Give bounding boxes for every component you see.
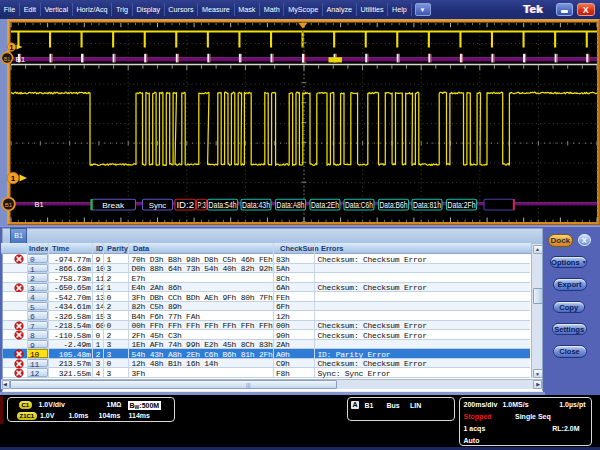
svg-text:B1: B1 [4,56,11,62]
svg-text:1: 1 [11,174,16,183]
svg-text:1: 1 [10,44,14,51]
svg-text:Data:2Eh: Data:2Eh [311,201,339,210]
svg-text:Data:C6h: Data:C6h [345,201,373,210]
svg-text:P:3: P:3 [198,201,206,210]
svg-text:B1: B1 [35,200,44,209]
svg-text:Data:2Fh: Data:2Fh [448,201,476,210]
svg-text:Data:43h: Data:43h [242,201,270,210]
svg-text:B1: B1 [16,55,26,64]
svg-text:Data:A8h: Data:A8h [277,201,305,210]
svg-text:Data:B6h: Data:B6h [380,201,408,210]
svg-text:ID:2: ID:2 [176,201,194,210]
svg-text:B1: B1 [5,202,13,208]
svg-text:Sync: Sync [149,201,167,210]
svg-text:Data:81h: Data:81h [413,201,441,210]
svg-text:Data:54h: Data:54h [209,201,237,210]
svg-text:Break: Break [102,201,124,210]
